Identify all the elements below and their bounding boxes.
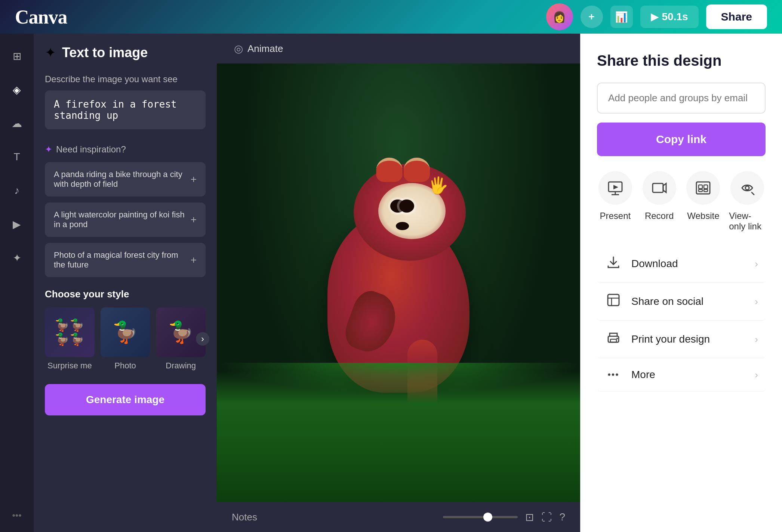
inspiration-item-2[interactable]: Photo of a magical forest city from the … <box>45 243 206 277</box>
topbar-right: 👩 + 📊 ▶ 50.1s Share <box>546 3 767 30</box>
share-social-menu-item[interactable]: Share on social › <box>597 283 766 321</box>
help-icon[interactable]: ? <box>559 511 565 523</box>
svg-point-18 <box>616 338 618 339</box>
inspiration-plus-1: + <box>191 214 197 226</box>
image-description-input[interactable]: A firefox in a forest standing up <box>45 90 206 129</box>
share-social-label: Share on social <box>631 296 746 307</box>
svg-rect-9 <box>699 189 702 192</box>
more-chevron: › <box>755 369 758 381</box>
share-button[interactable]: Share <box>706 4 767 29</box>
more-menu-item[interactable]: ••• More › <box>597 358 766 392</box>
left-panel: ✦ Text to image Describe the image you w… <box>34 34 217 532</box>
viewonly-icon <box>730 171 764 205</box>
download-icon <box>604 256 622 272</box>
present-icon <box>598 171 632 205</box>
svg-marker-3 <box>613 185 618 189</box>
print-icon <box>604 331 622 347</box>
notes-label: Notes <box>232 511 257 523</box>
style-surprise-me[interactable]: 🦆🦆🦆🦆 Surprise me <box>45 307 95 371</box>
sidebar-item-elements[interactable]: ◈ <box>6 78 28 101</box>
share-option-record[interactable]: Record <box>641 171 678 232</box>
inspiration-icon: ✦ <box>45 144 52 155</box>
canvas-toolbar: ◎ Animate <box>217 34 580 64</box>
inspiration-plus-2: + <box>191 254 197 266</box>
canva-logo[interactable]: Canva <box>15 6 67 28</box>
screen-fit-icon[interactable]: ⊡ <box>525 511 534 523</box>
svg-rect-8 <box>704 185 708 189</box>
svg-rect-17 <box>610 339 616 342</box>
sidebar-item-apps[interactable]: ✦ <box>6 247 28 269</box>
stats-button[interactable]: 📊 <box>610 6 633 28</box>
record-icon <box>643 171 676 205</box>
svg-rect-13 <box>608 294 619 306</box>
style-label: Choose your style <box>45 288 206 300</box>
topbar: Canva 👩 + 📊 ▶ 50.1s Share <box>0 0 782 34</box>
website-icon <box>686 171 720 205</box>
style-photo[interactable]: 🦆 Photo <box>101 307 150 371</box>
svg-marker-5 <box>663 183 666 192</box>
style-photo-label: Photo <box>114 361 136 371</box>
print-menu-item[interactable]: Print your design › <box>597 321 766 358</box>
download-chevron: › <box>755 258 758 270</box>
add-button[interactable]: + <box>581 6 603 28</box>
svg-rect-4 <box>653 183 663 192</box>
svg-point-11 <box>745 186 749 190</box>
style-scroll-arrow[interactable]: › <box>196 332 209 346</box>
panel-title: Text to image <box>62 45 148 61</box>
fullscreen-icon[interactable]: ⛶ <box>541 511 552 523</box>
photo-thumbnail: 🦆 <box>101 307 150 357</box>
inspiration-label: Need inspiration? <box>56 144 126 155</box>
email-input[interactable] <box>597 83 766 114</box>
style-surprise-label: Surprise me <box>47 361 92 371</box>
canvas-content[interactable] <box>217 64 580 502</box>
share-options-grid: Present Record <box>597 171 766 232</box>
download-label: Download <box>631 258 746 270</box>
svg-rect-7 <box>699 185 702 189</box>
text-to-image-icon: ✦ <box>45 45 56 61</box>
describe-label: Describe the image you want see <box>45 74 206 84</box>
print-chevron: › <box>755 334 758 345</box>
inspiration-plus-0: + <box>191 173 197 185</box>
download-menu-item[interactable]: Download › <box>597 245 766 283</box>
generate-image-button[interactable]: Generate image <box>45 384 206 415</box>
style-grid: 🦆🦆🦆🦆 Surprise me 🦆 Photo 🦆 Drawing <box>45 307 206 371</box>
website-label: Website <box>687 211 719 221</box>
drawing-thumbnail: 🦆 <box>156 307 206 357</box>
canvas-bottom: Notes ⊡ ⛶ ? <box>217 502 580 532</box>
sidebar-item-upload[interactable]: ☁ <box>6 112 28 134</box>
share-social-icon <box>604 293 622 310</box>
more-label: More <box>631 369 746 381</box>
print-label: Print your design <box>631 333 746 345</box>
play-icon: ▶ <box>651 11 658 23</box>
sidebar-item-music[interactable]: ♪ <box>6 179 28 202</box>
sidebar-icons: ⊞ ◈ ☁ T ♪ ▶ ✦ ••• <box>0 34 34 532</box>
svg-line-12 <box>752 192 754 195</box>
sidebar-item-text[interactable]: T <box>6 146 28 168</box>
share-title: Share this design <box>597 52 766 69</box>
share-option-present[interactable]: Present <box>597 171 634 232</box>
style-drawing-label: Drawing <box>166 361 196 371</box>
panel-header: ✦ Text to image <box>45 45 206 61</box>
sidebar-more[interactable]: ••• <box>12 510 21 521</box>
share-option-viewonly[interactable]: View-only link <box>729 171 766 232</box>
canvas-area: ◎ Animate <box>217 34 580 532</box>
copy-link-button[interactable]: Copy link <box>597 123 766 156</box>
zoom-thumb <box>483 513 492 522</box>
inspiration-item-0[interactable]: A panda riding a bike through a city wit… <box>45 162 206 197</box>
record-label: Record <box>645 211 674 221</box>
play-button[interactable]: ▶ 50.1s <box>640 6 699 28</box>
surprise-thumbnail: 🦆🦆🦆🦆 <box>45 307 95 357</box>
more-icon: ••• <box>604 369 622 380</box>
sidebar-item-video[interactable]: ▶ <box>6 213 28 235</box>
inspiration-item-1[interactable]: A light watercolor painting of koi fish … <box>45 202 206 237</box>
present-label: Present <box>600 211 631 221</box>
zoom-slider[interactable] <box>443 516 518 518</box>
animate-button[interactable]: ◎ Animate <box>228 39 289 59</box>
share-panel: Share this design Copy link Present <box>580 34 782 532</box>
svg-rect-10 <box>704 189 708 192</box>
share-option-website[interactable]: Website <box>685 171 722 232</box>
sidebar-item-layout[interactable]: ⊞ <box>6 45 28 67</box>
viewonly-label: View-only link <box>729 211 766 232</box>
animate-label: Animate <box>247 43 283 55</box>
avatar[interactable]: 👩 <box>546 3 573 30</box>
